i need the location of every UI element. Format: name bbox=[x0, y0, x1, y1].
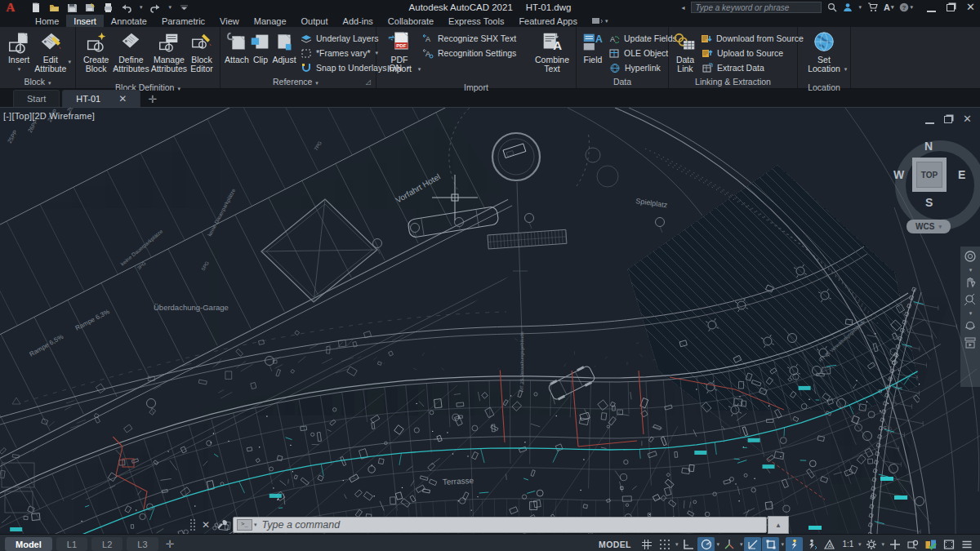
dwg-drawing[interactable]: Überdachung-GarageRampe 6,3%Rampe 6,5%ke… bbox=[0, 108, 980, 534]
status-annot-visibility-icon[interactable] bbox=[786, 537, 803, 551]
file-tab-start[interactable]: Start bbox=[13, 90, 60, 107]
ribbon-display-caret-icon[interactable]: ▾ bbox=[605, 18, 608, 24]
viewcube-north[interactable]: N bbox=[924, 140, 933, 153]
panel-title-linking[interactable]: Linking & Extraction bbox=[669, 77, 797, 88]
command-input[interactable]: >_ ▾ Type a command bbox=[233, 517, 767, 533]
model-space-label[interactable]: MODEL bbox=[599, 540, 631, 549]
ribbon-tab-manage[interactable]: Manage bbox=[247, 15, 294, 27]
status-clean-screen-icon[interactable] bbox=[940, 537, 957, 551]
pdf-import-button[interactable]: PDF PDF Import▾ bbox=[381, 29, 418, 82]
status-scale-value-caret[interactable]: ▾ bbox=[858, 541, 862, 548]
panel-title-block[interactable]: Block ▾ bbox=[0, 77, 75, 88]
navigation-bar[interactable]: ▾▾ bbox=[960, 247, 980, 387]
extract-data-button[interactable]: Extract Data bbox=[701, 60, 792, 75]
status-plus-icon[interactable] bbox=[886, 537, 903, 551]
clip-button[interactable]: Clip bbox=[249, 29, 272, 64]
ribbon-display-toggle-icon[interactable] bbox=[591, 17, 603, 24]
panel-title-reference[interactable]: Reference ▾◿ bbox=[220, 77, 376, 88]
save-icon[interactable] bbox=[67, 2, 78, 12]
doc-close-button[interactable]: ✕ bbox=[963, 115, 972, 123]
wcs-button[interactable]: WCS▾ bbox=[906, 220, 951, 233]
panel-title-location[interactable]: Location bbox=[798, 82, 850, 93]
close-button[interactable]: ✕ bbox=[966, 3, 975, 11]
attach-button[interactable]: Attach bbox=[225, 29, 249, 64]
status-ortho-icon[interactable] bbox=[679, 537, 697, 551]
recognition-settings-button[interactable]: A Recognition Settings bbox=[421, 46, 531, 60]
new-file-icon[interactable] bbox=[31, 2, 42, 12]
restore-button[interactable] bbox=[947, 4, 955, 11]
showmotion-icon[interactable] bbox=[964, 336, 977, 351]
layout-tab-l3[interactable]: L3 bbox=[127, 537, 158, 551]
autocad-logo-icon[interactable]: A bbox=[0, 0, 21, 15]
status-otrack-icon[interactable] bbox=[744, 537, 761, 551]
adjust-button[interactable]: Adjust bbox=[272, 29, 296, 64]
create-block-button[interactable]: Create Block▾ bbox=[80, 29, 112, 82]
layout-tab-l2[interactable]: L2 bbox=[91, 537, 122, 551]
layout-tab-model[interactable]: Model bbox=[5, 537, 52, 551]
combine-text-button[interactable]: A Combine Text bbox=[532, 29, 572, 73]
panel-title-import[interactable]: Import bbox=[376, 82, 576, 93]
viewcube[interactable]: N W E S TOP bbox=[893, 139, 965, 211]
plot-icon[interactable] bbox=[103, 2, 114, 12]
command-line-bar[interactable]: ✕ >_ ▾ Type a command ▲ bbox=[190, 517, 789, 533]
block-editor-button[interactable]: Block Editor bbox=[188, 29, 216, 73]
define-attributes-button[interactable]: Define Attributes bbox=[112, 29, 149, 73]
zoom-icon-caret[interactable]: ▾ bbox=[969, 310, 973, 317]
status-osnap-icon[interactable] bbox=[762, 537, 779, 551]
chevron-down-icon[interactable]: ▾ bbox=[859, 4, 862, 11]
status-annot-autoscale-icon[interactable] bbox=[804, 537, 821, 551]
signin-user-icon[interactable] bbox=[843, 2, 853, 12]
ribbon-tab-insert[interactable]: Insert bbox=[66, 15, 104, 27]
recognize-shx-button[interactable]: A Recognize SHX Text bbox=[421, 31, 531, 46]
update-fields-button[interactable]: A Update Fields bbox=[608, 31, 667, 46]
status-workspace-gear-caret[interactable]: ▾ bbox=[880, 541, 885, 548]
ribbon-tab-add-ins[interactable]: Add-ins bbox=[336, 15, 381, 27]
save-as-icon[interactable] bbox=[85, 2, 96, 12]
status-snap-caret[interactable]: ▾ bbox=[675, 541, 679, 548]
command-scroll-up[interactable]: ▲ bbox=[768, 516, 789, 534]
status-iso-caret[interactable]: ▾ bbox=[739, 541, 744, 548]
open-file-icon[interactable] bbox=[49, 2, 60, 12]
ribbon-tab-collaborate[interactable]: Collaborate bbox=[381, 15, 441, 27]
ole-object-button[interactable]: OLE Object bbox=[608, 46, 667, 60]
status-graphics-performance-icon[interactable] bbox=[922, 537, 939, 551]
navigation-wheel-icon[interactable] bbox=[964, 250, 977, 264]
viewcube-top-face[interactable]: TOP bbox=[912, 158, 947, 192]
file-tab-document[interactable]: HT-01✕ bbox=[62, 90, 140, 107]
ribbon-tab-view[interactable]: View bbox=[212, 15, 247, 27]
ribbon-tab-featured-apps[interactable]: Featured Apps bbox=[511, 15, 585, 27]
search-icon[interactable] bbox=[827, 2, 837, 12]
qat-customize-icon[interactable] bbox=[179, 2, 189, 12]
viewcube-east[interactable]: E bbox=[958, 168, 965, 181]
redo-dropdown-icon[interactable]: ▾ bbox=[169, 4, 172, 11]
data-link-button[interactable]: Data Link bbox=[673, 29, 697, 73]
drawing-canvas[interactable]: Überdachung-GarageRampe 6,3%Rampe 6,5%ke… bbox=[0, 107, 980, 534]
command-grip-handle[interactable] bbox=[190, 519, 196, 531]
cart-icon[interactable] bbox=[867, 2, 878, 12]
status-iso-icon[interactable] bbox=[721, 537, 738, 551]
hyperlink-button[interactable]: Hyperlink bbox=[608, 60, 667, 75]
status-scale-value[interactable]: 1:1 bbox=[840, 537, 857, 551]
orbit-icon[interactable] bbox=[964, 319, 977, 334]
set-location-button[interactable]: Set Location▾ bbox=[804, 29, 844, 82]
doc-minimize-button[interactable] bbox=[925, 114, 934, 124]
zoom-icon[interactable] bbox=[964, 293, 977, 308]
ribbon-tab-parametric[interactable]: Parametric bbox=[154, 15, 212, 27]
insert-button[interactable]: Insert▾ bbox=[4, 29, 33, 73]
status-polar-icon[interactable] bbox=[697, 537, 715, 551]
status-annot-scale-icon[interactable]: A bbox=[822, 537, 839, 551]
ribbon-tab-home[interactable]: Home bbox=[28, 15, 66, 27]
close-tab-icon[interactable]: ✕ bbox=[118, 93, 127, 104]
status-osnap-caret[interactable]: ▾ bbox=[780, 541, 785, 548]
status-grid-icon[interactable] bbox=[639, 537, 656, 551]
status-snap-icon[interactable] bbox=[657, 537, 674, 551]
ribbon-tab-annotate[interactable]: Annotate bbox=[104, 15, 154, 27]
command-close-icon[interactable]: ✕ bbox=[202, 519, 210, 531]
search-input[interactable]: Type a keyword or phrase bbox=[691, 2, 822, 13]
command-prompt-icon[interactable]: >_ bbox=[237, 519, 252, 531]
panel-title-data[interactable]: Data bbox=[577, 77, 668, 88]
help-icon[interactable]: ? ▾ bbox=[899, 2, 913, 12]
download-from-source-button[interactable]: Download from Source bbox=[701, 31, 792, 46]
app-store-icon[interactable]: A▾ bbox=[884, 2, 893, 12]
status-customization-menu-icon[interactable] bbox=[958, 537, 975, 551]
